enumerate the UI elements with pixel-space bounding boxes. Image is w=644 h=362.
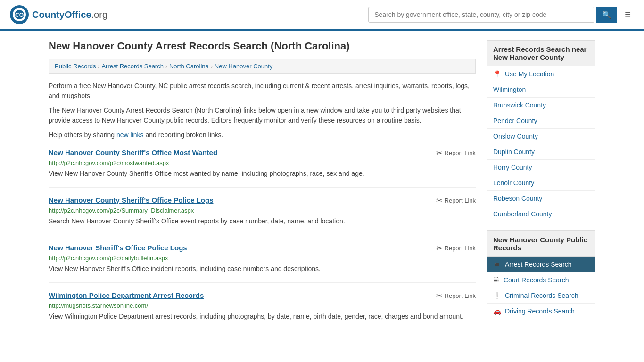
record-entry: New Hanover Sheriff's Office Police Logs…	[49, 244, 476, 283]
logo-text: CountyOffice.org	[32, 9, 107, 20]
sidebar-item-nearby[interactable]: Horry County	[487, 160, 595, 175]
new-links-link[interactable]: new links	[116, 131, 144, 139]
breadcrumb-sep-2: ›	[165, 63, 167, 70]
records-list: New Hanover County Sheriff's Office Most…	[49, 148, 476, 330]
description-para1: Perform a free New Hanover County, NC pu…	[49, 81, 476, 101]
sidebar-public-record-item[interactable]: ❕Criminal Records Search	[487, 288, 595, 304]
record-description: View Wilmington Police Department arrest…	[49, 312, 476, 321]
desc-para3-suffix: and reporting broken links.	[144, 131, 223, 139]
record-description: View New Hanover Sheriff's Office incide…	[49, 264, 476, 274]
sidebar-item-nearby[interactable]: Duplin County	[487, 144, 595, 160]
logo-icon: CO	[9, 5, 29, 25]
sidebar-item-label: Driving Records Search	[505, 307, 575, 315]
header: CO CountyOffice.org 🔍 ≡	[0, 0, 644, 31]
record-type-icon: 🚗	[493, 307, 501, 315]
record-url[interactable]: http://p2c.nhcgov.com/p2c/Summary_Discla…	[49, 207, 476, 214]
nearby-section: 📍Use My LocationWilmingtonBrunswick Coun…	[487, 66, 595, 222]
description-para3: Help others by sharing new links and rep…	[49, 130, 476, 140]
report-icon: ✂	[436, 291, 442, 300]
report-link-button[interactable]: ✂ Report Link	[436, 291, 476, 300]
record-type-icon: ❕	[493, 292, 501, 299]
breadcrumb-arrest-records[interactable]: Arrest Records Search	[101, 63, 164, 70]
page-title: New Hanover County Arrest Records Search…	[49, 40, 476, 52]
sidebar-item-label: Robeson County	[493, 195, 542, 202]
sidebar-item-label: Onslow County	[493, 132, 538, 140]
content: New Hanover County Arrest Records Search…	[49, 40, 476, 330]
search-area: 🔍 ≡	[368, 7, 635, 23]
sidebar-item-nearby[interactable]: Robeson County	[487, 191, 595, 206]
public-records-section-title: New Hanover County Public Records	[487, 230, 595, 257]
sidebar-item-label: Arrest Records Search	[505, 261, 572, 268]
record-description: View New Hanover County Sheriff's Office…	[49, 169, 476, 179]
record-entry: Wilmington Police Department Arrest Reco…	[49, 291, 476, 330]
report-link-label: Report Link	[445, 292, 476, 299]
report-icon: ✂	[436, 244, 442, 253]
sidebar-item-use-my-location[interactable]: 📍Use My Location	[487, 66, 595, 82]
report-link-button[interactable]: ✂ Report Link	[436, 148, 476, 157]
report-link-label: Report Link	[445, 149, 476, 156]
breadcrumb-new-hanover-county[interactable]: New Hanover County	[215, 63, 273, 70]
search-input[interactable]	[368, 7, 594, 23]
svg-text:CO: CO	[15, 12, 24, 18]
breadcrumb: Public Records › Arrest Records Search ›…	[49, 59, 476, 74]
record-header: New Hanover Sheriff's Office Police Logs…	[49, 244, 476, 253]
location-icon: 📍	[493, 70, 501, 78]
breadcrumb-sep-3: ›	[211, 63, 213, 70]
search-button[interactable]: 🔍	[596, 7, 617, 23]
logo-area: CO CountyOffice.org	[9, 5, 107, 25]
sidebar-item-label: Brunswick County	[493, 101, 546, 109]
record-entry: New Hanover County Sheriff's Office Most…	[49, 148, 476, 188]
menu-button[interactable]: ≡	[621, 7, 635, 23]
record-header: Wilmington Police Department Arrest Reco…	[49, 291, 476, 300]
breadcrumb-north-carolina[interactable]: North Carolina	[169, 63, 209, 70]
report-icon: ✂	[436, 148, 442, 157]
record-entry: New Hanover County Sheriff's Office Poli…	[49, 196, 476, 235]
sidebar-public-record-item[interactable]: 🏛Court Records Search	[487, 272, 595, 288]
sidebar-item-nearby[interactable]: Cumberland County	[487, 206, 595, 222]
report-icon: ✂	[436, 196, 442, 205]
main-container: New Hanover County Arrest Records Search…	[39, 40, 605, 330]
record-header: New Hanover County Sheriff's Office Poli…	[49, 196, 476, 205]
search-icon: 🔍	[602, 11, 611, 19]
nearby-section-title: Arrest Records Search near New Hanover C…	[487, 40, 595, 66]
record-url[interactable]: http://p2c.nhcgov.com/p2c/mostwanted.asp…	[49, 159, 476, 166]
record-url[interactable]: http://p2c.nhcgov.com/p2c/dailybulletin.…	[49, 255, 476, 262]
sidebar-item-label: Court Records Search	[504, 276, 569, 284]
record-title[interactable]: Wilmington Police Department Arrest Reco…	[49, 291, 204, 299]
sidebar-item-label: Criminal Records Search	[505, 292, 578, 299]
breadcrumb-public-records[interactable]: Public Records	[55, 63, 96, 70]
report-link-button[interactable]: ✂ Report Link	[436, 244, 476, 253]
sidebar-public-record-item[interactable]: ◾Arrest Records Search	[487, 257, 595, 272]
sidebar-item-nearby[interactable]: Onslow County	[487, 129, 595, 144]
report-link-button[interactable]: ✂ Report Link	[436, 196, 476, 205]
desc-para3-prefix: Help others by sharing	[49, 131, 116, 139]
record-title[interactable]: New Hanover County Sheriff's Office Poli…	[49, 196, 213, 204]
record-description: Search New Hanover County Sheriff's Offi…	[49, 216, 476, 226]
sidebar-item-label: Horry County	[493, 164, 532, 171]
description-para2: The New Hanover County Arrest Records Se…	[49, 106, 476, 125]
record-title[interactable]: New Hanover Sheriff's Office Police Logs	[49, 244, 187, 252]
sidebar-item-label: Cumberland County	[493, 210, 552, 218]
record-type-icon: ◾	[493, 261, 501, 268]
sidebar-item-label: Use My Location	[505, 70, 554, 78]
sidebar-item-nearby[interactable]: Brunswick County	[487, 98, 595, 113]
public-records-section: ◾Arrest Records Search🏛Court Records Sea…	[487, 257, 595, 319]
hamburger-icon: ≡	[625, 8, 631, 20]
record-title[interactable]: New Hanover County Sheriff's Office Most…	[49, 148, 217, 156]
record-url[interactable]: http://mugshots.starnewsonline.com/	[49, 302, 476, 309]
sidebar: Arrest Records Search near New Hanover C…	[487, 40, 595, 330]
sidebar-item-label: Lenoir County	[493, 179, 534, 187]
record-header: New Hanover County Sheriff's Office Most…	[49, 148, 476, 157]
sidebar-item-label: Duplin County	[493, 148, 535, 156]
report-link-label: Report Link	[445, 197, 476, 204]
record-type-icon: 🏛	[493, 276, 500, 284]
sidebar-item-label: Wilmington	[493, 86, 526, 93]
sidebar-item-nearby[interactable]: Wilmington	[487, 82, 595, 98]
sidebar-item-nearby[interactable]: Pender County	[487, 113, 595, 129]
report-link-label: Report Link	[445, 245, 476, 252]
breadcrumb-sep-1: ›	[98, 63, 99, 70]
sidebar-public-record-item[interactable]: 🚗Driving Records Search	[487, 304, 595, 319]
sidebar-item-label: Pender County	[493, 117, 537, 124]
sidebar-item-nearby[interactable]: Lenoir County	[487, 175, 595, 191]
